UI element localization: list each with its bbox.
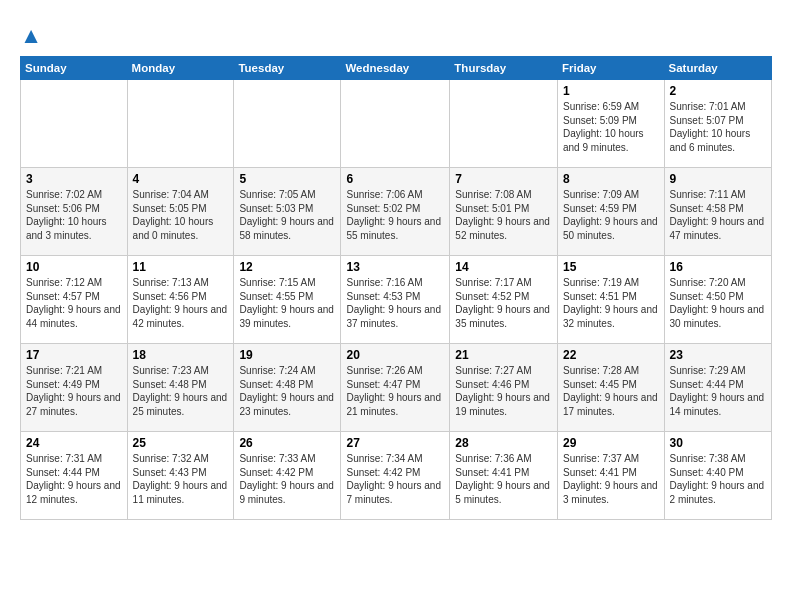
- day-info: Sunrise: 7:27 AM Sunset: 4:46 PM Dayligh…: [455, 364, 552, 418]
- calendar-cell: 25Sunrise: 7:32 AM Sunset: 4:43 PM Dayli…: [127, 432, 234, 520]
- day-info: Sunrise: 7:36 AM Sunset: 4:41 PM Dayligh…: [455, 452, 552, 506]
- calendar-cell: 16Sunrise: 7:20 AM Sunset: 4:50 PM Dayli…: [664, 256, 771, 344]
- day-info: Sunrise: 7:04 AM Sunset: 5:05 PM Dayligh…: [133, 188, 229, 242]
- day-number: 21: [455, 348, 552, 362]
- day-info: Sunrise: 7:29 AM Sunset: 4:44 PM Dayligh…: [670, 364, 766, 418]
- day-number: 2: [670, 84, 766, 98]
- day-info: Sunrise: 7:20 AM Sunset: 4:50 PM Dayligh…: [670, 276, 766, 330]
- header: ▲: [20, 16, 772, 50]
- day-number: 20: [346, 348, 444, 362]
- day-info: Sunrise: 7:05 AM Sunset: 5:03 PM Dayligh…: [239, 188, 335, 242]
- calendar-cell: 6Sunrise: 7:06 AM Sunset: 5:02 PM Daylig…: [341, 168, 450, 256]
- calendar-cell: [450, 80, 558, 168]
- calendar-cell: 3Sunrise: 7:02 AM Sunset: 5:06 PM Daylig…: [21, 168, 128, 256]
- calendar-cell: 4Sunrise: 7:04 AM Sunset: 5:05 PM Daylig…: [127, 168, 234, 256]
- calendar-week-4: 17Sunrise: 7:21 AM Sunset: 4:49 PM Dayli…: [21, 344, 772, 432]
- day-number: 24: [26, 436, 122, 450]
- day-info: Sunrise: 7:01 AM Sunset: 5:07 PM Dayligh…: [670, 100, 766, 154]
- day-info: Sunrise: 7:09 AM Sunset: 4:59 PM Dayligh…: [563, 188, 659, 242]
- calendar-week-3: 10Sunrise: 7:12 AM Sunset: 4:57 PM Dayli…: [21, 256, 772, 344]
- day-info: Sunrise: 7:38 AM Sunset: 4:40 PM Dayligh…: [670, 452, 766, 506]
- day-number: 15: [563, 260, 659, 274]
- calendar-cell: 24Sunrise: 7:31 AM Sunset: 4:44 PM Dayli…: [21, 432, 128, 520]
- day-info: Sunrise: 7:15 AM Sunset: 4:55 PM Dayligh…: [239, 276, 335, 330]
- day-number: 12: [239, 260, 335, 274]
- calendar-cell: 21Sunrise: 7:27 AM Sunset: 4:46 PM Dayli…: [450, 344, 558, 432]
- day-number: 29: [563, 436, 659, 450]
- day-number: 1: [563, 84, 659, 98]
- day-number: 11: [133, 260, 229, 274]
- day-info: Sunrise: 7:12 AM Sunset: 4:57 PM Dayligh…: [26, 276, 122, 330]
- calendar-table: SundayMondayTuesdayWednesdayThursdayFrid…: [20, 56, 772, 520]
- day-info: Sunrise: 7:24 AM Sunset: 4:48 PM Dayligh…: [239, 364, 335, 418]
- day-number: 9: [670, 172, 766, 186]
- day-number: 13: [346, 260, 444, 274]
- day-of-week-tuesday: Tuesday: [234, 57, 341, 80]
- day-number: 4: [133, 172, 229, 186]
- calendar-cell: 1Sunrise: 6:59 AM Sunset: 5:09 PM Daylig…: [558, 80, 665, 168]
- calendar-week-1: 1Sunrise: 6:59 AM Sunset: 5:09 PM Daylig…: [21, 80, 772, 168]
- calendar-cell: 5Sunrise: 7:05 AM Sunset: 5:03 PM Daylig…: [234, 168, 341, 256]
- calendar-cell: 27Sunrise: 7:34 AM Sunset: 4:42 PM Dayli…: [341, 432, 450, 520]
- calendar-cell: 30Sunrise: 7:38 AM Sunset: 4:40 PM Dayli…: [664, 432, 771, 520]
- day-info: Sunrise: 7:37 AM Sunset: 4:41 PM Dayligh…: [563, 452, 659, 506]
- calendar-cell: 29Sunrise: 7:37 AM Sunset: 4:41 PM Dayli…: [558, 432, 665, 520]
- day-info: Sunrise: 7:17 AM Sunset: 4:52 PM Dayligh…: [455, 276, 552, 330]
- day-info: Sunrise: 7:33 AM Sunset: 4:42 PM Dayligh…: [239, 452, 335, 506]
- calendar-cell: 23Sunrise: 7:29 AM Sunset: 4:44 PM Dayli…: [664, 344, 771, 432]
- day-info: Sunrise: 7:28 AM Sunset: 4:45 PM Dayligh…: [563, 364, 659, 418]
- day-number: 16: [670, 260, 766, 274]
- calendar-cell: 13Sunrise: 7:16 AM Sunset: 4:53 PM Dayli…: [341, 256, 450, 344]
- calendar-cell: 19Sunrise: 7:24 AM Sunset: 4:48 PM Dayli…: [234, 344, 341, 432]
- calendar-cell: 14Sunrise: 7:17 AM Sunset: 4:52 PM Dayli…: [450, 256, 558, 344]
- calendar-header: SundayMondayTuesdayWednesdayThursdayFrid…: [21, 57, 772, 80]
- calendar-cell: 12Sunrise: 7:15 AM Sunset: 4:55 PM Dayli…: [234, 256, 341, 344]
- day-number: 19: [239, 348, 335, 362]
- calendar-cell: 15Sunrise: 7:19 AM Sunset: 4:51 PM Dayli…: [558, 256, 665, 344]
- svg-text:▲: ▲: [20, 23, 42, 48]
- calendar-week-2: 3Sunrise: 7:02 AM Sunset: 5:06 PM Daylig…: [21, 168, 772, 256]
- calendar-week-5: 24Sunrise: 7:31 AM Sunset: 4:44 PM Dayli…: [21, 432, 772, 520]
- day-info: Sunrise: 7:34 AM Sunset: 4:42 PM Dayligh…: [346, 452, 444, 506]
- calendar-cell: 20Sunrise: 7:26 AM Sunset: 4:47 PM Dayli…: [341, 344, 450, 432]
- calendar-cell: 22Sunrise: 7:28 AM Sunset: 4:45 PM Dayli…: [558, 344, 665, 432]
- calendar-cell: 10Sunrise: 7:12 AM Sunset: 4:57 PM Dayli…: [21, 256, 128, 344]
- calendar-cell: [234, 80, 341, 168]
- day-number: 8: [563, 172, 659, 186]
- day-number: 17: [26, 348, 122, 362]
- day-info: Sunrise: 6:59 AM Sunset: 5:09 PM Dayligh…: [563, 100, 659, 154]
- day-number: 30: [670, 436, 766, 450]
- day-info: Sunrise: 7:08 AM Sunset: 5:01 PM Dayligh…: [455, 188, 552, 242]
- calendar-cell: [341, 80, 450, 168]
- day-info: Sunrise: 7:26 AM Sunset: 4:47 PM Dayligh…: [346, 364, 444, 418]
- day-of-week-thursday: Thursday: [450, 57, 558, 80]
- day-number: 22: [563, 348, 659, 362]
- calendar-cell: 28Sunrise: 7:36 AM Sunset: 4:41 PM Dayli…: [450, 432, 558, 520]
- calendar-cell: 8Sunrise: 7:09 AM Sunset: 4:59 PM Daylig…: [558, 168, 665, 256]
- day-of-week-sunday: Sunday: [21, 57, 128, 80]
- day-info: Sunrise: 7:02 AM Sunset: 5:06 PM Dayligh…: [26, 188, 122, 242]
- day-of-week-saturday: Saturday: [664, 57, 771, 80]
- day-info: Sunrise: 7:16 AM Sunset: 4:53 PM Dayligh…: [346, 276, 444, 330]
- day-info: Sunrise: 7:13 AM Sunset: 4:56 PM Dayligh…: [133, 276, 229, 330]
- day-number: 10: [26, 260, 122, 274]
- day-of-week-wednesday: Wednesday: [341, 57, 450, 80]
- calendar-cell: 2Sunrise: 7:01 AM Sunset: 5:07 PM Daylig…: [664, 80, 771, 168]
- day-number: 18: [133, 348, 229, 362]
- calendar-cell: [21, 80, 128, 168]
- logo-icon: ▲: [20, 22, 48, 50]
- day-number: 7: [455, 172, 552, 186]
- day-info: Sunrise: 7:21 AM Sunset: 4:49 PM Dayligh…: [26, 364, 122, 418]
- page: ▲ SundayMondayTuesdayWednesdayThursdayFr…: [0, 0, 792, 530]
- day-number: 5: [239, 172, 335, 186]
- day-number: 3: [26, 172, 122, 186]
- day-number: 6: [346, 172, 444, 186]
- day-info: Sunrise: 7:19 AM Sunset: 4:51 PM Dayligh…: [563, 276, 659, 330]
- day-number: 28: [455, 436, 552, 450]
- day-number: 26: [239, 436, 335, 450]
- day-info: Sunrise: 7:06 AM Sunset: 5:02 PM Dayligh…: [346, 188, 444, 242]
- calendar-body: 1Sunrise: 6:59 AM Sunset: 5:09 PM Daylig…: [21, 80, 772, 520]
- day-info: Sunrise: 7:11 AM Sunset: 4:58 PM Dayligh…: [670, 188, 766, 242]
- calendar-cell: 9Sunrise: 7:11 AM Sunset: 4:58 PM Daylig…: [664, 168, 771, 256]
- calendar-cell: 18Sunrise: 7:23 AM Sunset: 4:48 PM Dayli…: [127, 344, 234, 432]
